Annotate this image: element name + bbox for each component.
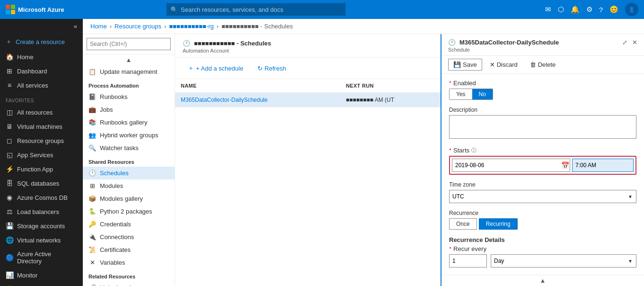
recurrence-recurring-btn[interactable]: Recurring	[479, 218, 518, 230]
add-schedule-label: + Add a schedule	[196, 65, 243, 72]
left-nav-item-variables[interactable]: ✕ Variables	[83, 256, 175, 269]
right-panel: 🕐 M365DataCollector-DailySchedule ⤢ ✕ Sc…	[441, 34, 644, 286]
close-icon[interactable]: ✕	[632, 39, 637, 46]
settings-icon[interactable]: ⚙	[586, 5, 592, 14]
maximize-icon[interactable]: ⤢	[622, 39, 627, 46]
description-input[interactable]	[449, 115, 636, 139]
timezone-select[interactable]: UTC UTC+1 UTC-5 US Eastern US Pacific	[449, 190, 636, 203]
starts-time-container	[572, 159, 634, 172]
save-button[interactable]: 💾 Save	[448, 59, 482, 71]
left-nav-item-linked-workspace[interactable]: 🔗 Linked workspace	[83, 281, 175, 286]
left-nav-item-watcher-tasks[interactable]: 🔍 Watcher tasks	[83, 142, 175, 154]
left-nav-item-label: Hybrid worker groups	[100, 132, 159, 139]
left-nav-item-modules-gallery[interactable]: 📦 Modules gallery	[83, 192, 175, 205]
recur-every-group: Day Hour Week Month ▼	[449, 254, 636, 268]
breadcrumb-rg-name[interactable]: ■■■■■■■■■■-rg	[169, 23, 213, 30]
enabled-no-btn[interactable]: No	[472, 89, 493, 99]
monitor-icon: 📊	[6, 271, 13, 279]
modules-icon: ⊞	[88, 182, 96, 189]
sidebar-item-load-balancers[interactable]: ⚖ Load balancers	[0, 205, 83, 219]
left-nav-item-connections[interactable]: 🔌 Connections	[83, 231, 175, 243]
left-nav-item-certificates[interactable]: 📜 Certificates	[83, 243, 175, 256]
modules-gallery-icon: 📦	[88, 195, 96, 202]
sidebar-item-label: Home	[17, 54, 34, 61]
left-nav-item-jobs[interactable]: 💼 Jobs	[83, 103, 175, 116]
sidebar-item-all-services[interactable]: ≡ All services	[0, 78, 83, 92]
sidebar-item-all-resources[interactable]: ◫ All resources	[0, 105, 83, 119]
sidebar-item-resource-groups[interactable]: ◻ Resource groups	[0, 134, 83, 148]
sidebar-item-vnet[interactable]: 🌐 Virtual networks	[0, 233, 83, 247]
recur-every-input[interactable]	[449, 254, 487, 268]
starts-time-input[interactable]	[572, 159, 634, 172]
vm-icon: 🖥	[6, 123, 13, 130]
bell-icon[interactable]: 🔔	[571, 5, 580, 14]
schedule-name-cell[interactable]: M365DataCollector-DailySchedule	[175, 93, 340, 107]
recurrence-once-btn[interactable]: Once	[449, 218, 477, 230]
refresh-button[interactable]: ↻ Refresh	[252, 63, 291, 74]
sidebar-item-home[interactable]: 🏠 Home	[0, 50, 83, 64]
update-management-icon: 📋	[88, 68, 96, 75]
left-nav-item-runbooks-gallery[interactable]: 📚 Runbooks gallery	[83, 116, 175, 129]
breadcrumb-home[interactable]: Home	[90, 23, 107, 30]
content-area: Home › Resource groups › ■■■■■■■■■■-rg ›…	[83, 19, 644, 286]
user-avatar[interactable]: 👤	[625, 3, 638, 16]
add-schedule-button[interactable]: ＋ + Add a schedule	[183, 62, 248, 75]
table-row[interactable]: M365DataCollector-DailySchedule ■■■■■■■■…	[175, 93, 441, 107]
schedules-icon: 🕐	[88, 170, 96, 177]
scroll-up-button[interactable]: ▲	[441, 275, 644, 286]
schedule-next-run-cell: ■■■■■■■■ AM (UT	[340, 93, 441, 107]
right-panel-title-text: M365DataCollector-DailySchedule	[459, 39, 559, 46]
sidebar-item-aad[interactable]: 🔵 Azure Active Directory	[0, 247, 83, 268]
enabled-label: * Enabled	[449, 80, 636, 87]
brand: Microsoft Azure	[6, 5, 64, 14]
left-nav-item-schedules[interactable]: 🕐 Schedules	[83, 167, 175, 179]
sidebar-item-label: Azure Active Directory	[17, 250, 77, 265]
left-nav-search-container	[83, 34, 175, 54]
sidebar-item-vms[interactable]: 🖥 Virtual machines	[0, 119, 83, 134]
cloud-shell-icon[interactable]: ⬡	[558, 5, 564, 14]
help-icon[interactable]: ?	[599, 6, 603, 14]
sidebar-item-dashboard[interactable]: ⊞ Dashboard	[0, 64, 83, 78]
description-section: Description	[449, 107, 636, 140]
enabled-toggle-group: Yes No	[449, 89, 493, 100]
global-search[interactable]: 🔍 Search resources, services, and docs	[166, 3, 346, 16]
sidebar-item-advisor[interactable]: 💡 Advisor	[0, 282, 83, 286]
sidebar-item-monitor[interactable]: 📊 Monitor	[0, 268, 83, 282]
starts-date-input[interactable]	[452, 159, 570, 172]
sidebar-item-storage[interactable]: 💾 Storage accounts	[0, 219, 83, 233]
left-nav-item-credentials[interactable]: 🔑 Credentials	[83, 218, 175, 231]
left-nav-item-label: Python 2 packages	[100, 208, 152, 215]
feedback-icon[interactable]: 😊	[609, 5, 618, 14]
notifications-icon[interactable]: ✉	[545, 5, 551, 14]
top-nav: Microsoft Azure 🔍 Search resources, serv…	[0, 0, 644, 19]
app-services-icon: ◱	[6, 151, 13, 159]
sidebar-collapse-btn[interactable]: «	[0, 19, 83, 34]
left-nav-item-modules[interactable]: ⊞ Modules	[83, 179, 175, 192]
resource-groups-icon: ◻	[6, 137, 13, 144]
breadcrumb-sep2: ›	[164, 23, 166, 30]
discard-button[interactable]: ✕ Discard	[485, 59, 522, 70]
sidebar: « ＋ Create a resource 🏠 Home ⊞ Dashboard…	[0, 19, 83, 286]
left-nav-item-python2[interactable]: 🐍 Python 2 packages	[83, 205, 175, 218]
sidebar-create-resource[interactable]: ＋ Create a resource	[0, 34, 83, 50]
recur-unit-select[interactable]: Day Hour Week Month	[491, 254, 636, 268]
delete-button[interactable]: 🗑 Delete	[525, 59, 561, 70]
left-nav-item-update-management[interactable]: 📋 Update management	[83, 65, 175, 78]
top-nav-icons: ✉ ⬡ 🔔 ⚙ ? 😊 👤	[545, 3, 638, 16]
sidebar-item-app-services[interactable]: ◱ App Services	[0, 148, 83, 162]
left-nav-item-runbooks[interactable]: 📓 Runbooks	[83, 90, 175, 103]
breadcrumb-resource-groups[interactable]: Resource groups	[115, 23, 161, 30]
calendar-icon[interactable]: 📅	[561, 161, 569, 169]
sidebar-item-cosmos[interactable]: ◉ Azure Cosmos DB	[0, 190, 83, 205]
left-nav-item-hybrid-workers[interactable]: 👥 Hybrid worker groups	[83, 129, 175, 142]
discard-label: Discard	[497, 61, 518, 68]
sidebar-item-function-app[interactable]: ⚡ Function App	[0, 162, 83, 176]
left-nav-item-label: Update management	[100, 68, 157, 75]
left-nav-search-input[interactable]	[87, 38, 171, 50]
search-placeholder: Search resources, services, and docs	[181, 6, 283, 13]
sidebar-item-sql[interactable]: 🗄 SQL databases	[0, 176, 83, 190]
scroll-up-indicator: ▲	[83, 54, 175, 65]
enabled-yes-btn[interactable]: Yes	[450, 89, 472, 99]
starts-date-container: 📅	[452, 159, 570, 172]
starts-group: 📅	[449, 156, 636, 175]
